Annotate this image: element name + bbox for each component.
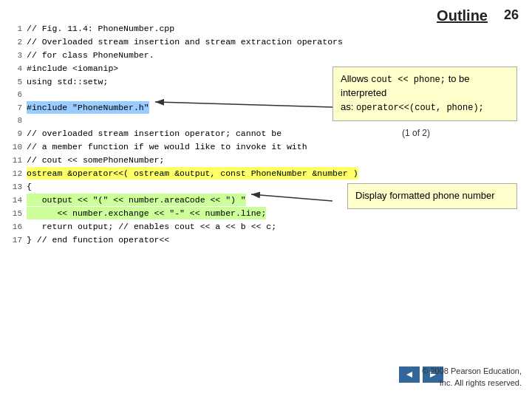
line-text: ostream &operator<<( ostream &output, co… — [27, 167, 358, 180]
line-text: { — [27, 180, 32, 193]
page-ref: (1 of 2) — [402, 128, 430, 138]
line-text: // Fig. 11.4: PhoneNumber.cpp — [27, 22, 174, 35]
line-text: using std::setw; — [27, 75, 108, 88]
code-line: 5using std::setw; — [7, 75, 318, 89]
line-text: } // end function operator<< — [27, 233, 169, 246]
code-area: 1// Fig. 11.4: PhoneNumber.cpp2// Overlo… — [7, 22, 318, 247]
code-line: 8 — [7, 115, 318, 127]
code-line: 12ostream &operator<<( ostream &output, … — [7, 167, 318, 180]
line-number: 3 — [7, 50, 22, 62]
code-line: 11// cout << somePhoneNumber; — [7, 154, 318, 167]
line-number: 12 — [7, 168, 22, 180]
prev-button[interactable] — [399, 366, 420, 383]
callout2-text: Display formatted phone number — [355, 190, 495, 201]
line-number: 7 — [7, 102, 22, 115]
callout1-code2: operator<<(cout, phone); — [356, 103, 484, 113]
line-text: // for class PhoneNumber. — [27, 49, 154, 61]
svg-marker-1 — [406, 372, 412, 378]
line-number: 11 — [7, 154, 22, 167]
code-line: 17} // end function operator<< — [7, 233, 318, 247]
line-number: 8 — [7, 115, 22, 127]
line-number: 1 — [7, 23, 22, 35]
callout1-code1: cout << phone; — [371, 75, 446, 85]
line-number: 15 — [7, 208, 22, 220]
line-number: 2 — [7, 36, 22, 49]
line-text: // a member function if we would like to… — [27, 140, 307, 153]
code-line: 10// a member function if we would like … — [7, 140, 318, 154]
footer-line2: Inc. All rights reserved. — [440, 378, 522, 387]
code-line: 2// Overloaded stream insertion and stre… — [7, 35, 318, 49]
code-line: 14 output << "(" << number.areaCode << "… — [7, 194, 318, 207]
line-text: #include <iomanip> — [27, 62, 118, 75]
outline-label: Outline — [437, 7, 488, 24]
code-line: 6 — [7, 89, 318, 101]
line-number: 4 — [7, 63, 22, 75]
callout-box-2: Display formatted phone number — [347, 183, 517, 209]
code-line: 9// overloaded stream insertion operator… — [7, 127, 318, 140]
code-line: 16 return output; // enables cout << a <… — [7, 220, 318, 233]
code-line: 15 << number.exchange << "-" << number.l… — [7, 207, 318, 220]
line-number: 9 — [7, 128, 22, 140]
code-line: 3// for class PhoneNumber. — [7, 49, 318, 62]
slide: 26 Outline 1// Fig. 11.4: PhoneNumber.cp… — [0, 0, 532, 399]
line-number: 14 — [7, 194, 22, 207]
line-number: 10 — [7, 141, 22, 154]
line-text: // cout << somePhoneNumber; — [27, 154, 164, 166]
code-line: 7#include "PhoneNumber.h" — [7, 101, 318, 115]
line-text: output << "(" << number.areaCode << ") " — [27, 194, 246, 206]
footer-line1: © 2008 Pearson Education, — [422, 366, 522, 375]
slide-number: 26 — [504, 7, 519, 23]
line-text: // overloaded stream insertion operator;… — [27, 127, 282, 140]
line-number: 6 — [7, 89, 22, 101]
code-line: 13{ — [7, 180, 318, 194]
code-line: 4#include <iomanip> — [7, 62, 318, 75]
line-text: << number.exchange << "-" << number.line… — [27, 207, 266, 219]
line-number: 17 — [7, 234, 22, 247]
line-number: 5 — [7, 76, 22, 89]
line-text: return output; // enables cout << a << b… — [27, 220, 276, 233]
line-number: 13 — [7, 181, 22, 194]
footer: © 2008 Pearson Education, Inc. All right… — [422, 366, 522, 389]
line-text: #include "PhoneNumber.h" — [27, 101, 149, 114]
line-text: // Overloaded stream insertion and strea… — [27, 35, 343, 48]
code-line: 1// Fig. 11.4: PhoneNumber.cpp — [7, 22, 318, 35]
line-number: 16 — [7, 221, 22, 233]
callout-box-1: Allows cout << phone; to be interpreted … — [332, 66, 517, 121]
